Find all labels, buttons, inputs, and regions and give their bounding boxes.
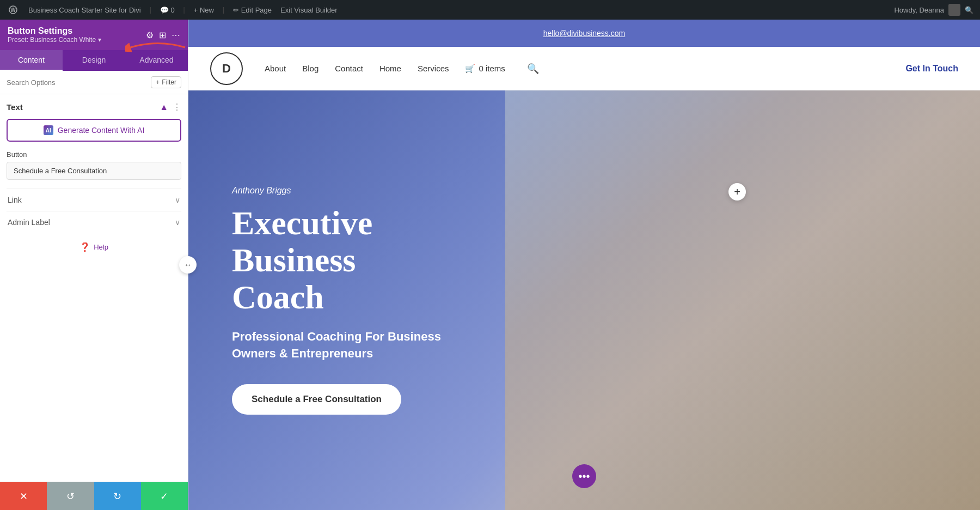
hero-background-image: [505, 90, 980, 510]
settings-panel-title: Button Settings: [8, 26, 101, 36]
avatar: [948, 4, 960, 16]
site-logo: D: [210, 52, 243, 85]
section-controls: ▲ ⋮: [160, 102, 181, 112]
settings-sidebar: Button Settings Preset: Business Coach W…: [0, 20, 188, 510]
nav-links: About Blog Contact Home Services 🛒 0 ite…: [265, 63, 539, 75]
link-section-header[interactable]: Link ∨: [7, 196, 181, 204]
close-button[interactable]: ✕: [0, 482, 47, 510]
dots-icon: •••: [578, 470, 590, 483]
main-content-area: hello@divibusiness.com D About Blog Cont…: [188, 20, 980, 510]
undo-button[interactable]: ↺: [47, 482, 94, 510]
sidebar-bottom-bar: ✕ ↺ ↻ ✓: [0, 482, 188, 510]
sidebar-content: Text ▲ ⋮ AI Generate Content With AI But…: [0, 94, 188, 482]
filter-button[interactable]: + Filter: [151, 76, 181, 88]
button-field-group: Button: [7, 150, 181, 189]
close-icon: ✕: [20, 490, 28, 502]
tab-design[interactable]: Design: [63, 50, 125, 71]
nav-item-services[interactable]: Services: [418, 64, 449, 73]
admin-label-text: Admin Label: [8, 218, 50, 227]
hero-section: Anthony Briggs Executive Business Coach …: [188, 90, 980, 510]
help-label: Help: [94, 243, 108, 251]
header-icons: ⚙ ⊞ ⋯: [146, 30, 180, 40]
site-name[interactable]: Business Coach Starter Site for Divi: [28, 6, 141, 14]
main-layout: Button Settings Preset: Business Coach W…: [0, 20, 980, 510]
howdy-text: Howdy, Deanna: [894, 6, 944, 14]
svg-text:W: W: [10, 7, 16, 13]
redo-icon: ↻: [113, 490, 121, 502]
separator-1: |: [150, 6, 151, 14]
settings-icon[interactable]: ⚙: [146, 30, 154, 40]
hero-author: Anthony Briggs: [232, 186, 471, 196]
hero-title-line1: Executive Business: [232, 204, 372, 278]
preset-info[interactable]: Preset: Business Coach White ▾: [8, 36, 101, 44]
wp-logo-icon[interactable]: W: [7, 3, 20, 16]
filter-icon: +: [156, 78, 160, 86]
hero-content: Anthony Briggs Executive Business Coach …: [188, 153, 515, 447]
link-section-label: Link: [8, 196, 22, 204]
admin-bar: W Business Coach Starter Site for Divi |…: [0, 0, 980, 20]
admin-label-section-header[interactable]: Admin Label ∨: [7, 218, 181, 227]
nav-item-blog[interactable]: Blog: [302, 64, 318, 73]
site-navigation: D About Blog Contact Home Services 🛒 0 i…: [188, 47, 980, 90]
search-input[interactable]: [7, 78, 146, 87]
button-text-input[interactable]: [7, 162, 181, 180]
nav-item-contact[interactable]: Contact: [335, 64, 363, 73]
separator-3: |: [223, 6, 224, 14]
nav-item-home[interactable]: Home: [379, 64, 401, 73]
hero-cta-button[interactable]: Schedule a Free Consultation: [232, 384, 401, 415]
ai-icon: AI: [44, 125, 53, 135]
hero-title: Executive Business Coach: [232, 204, 471, 316]
admin-chevron-icon: ∨: [175, 218, 180, 227]
edit-page-button[interactable]: ✏ Edit Page: [233, 6, 272, 14]
tab-advanced[interactable]: Advanced: [125, 50, 188, 71]
filter-label: Filter: [162, 78, 176, 86]
help-section[interactable]: ❓ Help: [7, 233, 181, 261]
cart-indicator[interactable]: 🛒 0 items: [465, 64, 505, 74]
cart-icon: 🛒: [465, 64, 475, 74]
hero-image-overlay: [505, 90, 980, 510]
save-icon: ✓: [160, 490, 168, 502]
save-button[interactable]: ✓: [141, 482, 188, 510]
sidebar-tabs: Content Design Advanced: [0, 50, 188, 71]
generate-ai-label: Generate Content With AI: [58, 126, 145, 135]
email-link[interactable]: hello@divibusiness.com: [543, 29, 625, 38]
preset-label-text: Preset: Business Coach White: [8, 36, 96, 44]
generate-ai-button[interactable]: AI Generate Content With AI: [7, 119, 181, 142]
title-group: Button Settings Preset: Business Coach W…: [8, 26, 101, 44]
ai-icon-label: AI: [46, 127, 51, 133]
hero-title-line2: Coach: [232, 278, 324, 315]
sidebar-header: Button Settings Preset: Business Coach W…: [0, 20, 188, 50]
nav-search-icon[interactable]: 🔍: [527, 63, 539, 75]
exit-visual-builder-button[interactable]: Exit Visual Builder: [280, 6, 338, 14]
sidebar-resize-handle[interactable]: ↔: [179, 256, 197, 274]
hero-subtitle: Professional Coaching For Business Owner…: [232, 329, 471, 362]
text-section-header: Text ▲ ⋮: [7, 102, 181, 112]
comment-count[interactable]: 💬 0: [160, 6, 175, 14]
more-options-icon[interactable]: ⋯: [171, 30, 180, 40]
preset-arrow-icon: ▾: [98, 36, 101, 44]
add-icon: +: [734, 186, 740, 198]
link-section: Link ∨: [7, 189, 181, 211]
search-icon-bar[interactable]: 🔍: [965, 6, 973, 14]
add-element-button[interactable]: +: [728, 183, 746, 201]
columns-icon[interactable]: ⊞: [159, 30, 166, 40]
section-options-button[interactable]: •••: [572, 464, 596, 488]
link-chevron-icon: ∨: [175, 196, 180, 204]
cart-items-count: 0 items: [479, 64, 505, 73]
email-bar: hello@divibusiness.com: [188, 20, 980, 47]
logo-letter: D: [222, 62, 231, 76]
undo-icon: ↺: [66, 490, 75, 502]
nav-item-about[interactable]: About: [265, 64, 286, 73]
section-collapse-toggle[interactable]: ▲: [160, 102, 168, 112]
search-bar: + Filter: [0, 71, 188, 94]
user-howdy: Howdy, Deanna 🔍: [894, 4, 973, 16]
section-more-icon[interactable]: ⋮: [173, 102, 181, 112]
text-section-title: Text: [7, 102, 23, 112]
separator-2: |: [183, 6, 185, 14]
button-field-label: Button: [7, 150, 181, 159]
tab-content[interactable]: Content: [0, 50, 63, 71]
new-button[interactable]: + New: [194, 6, 214, 14]
admin-label-section: Admin Label ∨: [7, 211, 181, 233]
redo-button[interactable]: ↻: [94, 482, 141, 510]
get-in-touch-button[interactable]: Get In Touch: [905, 64, 958, 74]
